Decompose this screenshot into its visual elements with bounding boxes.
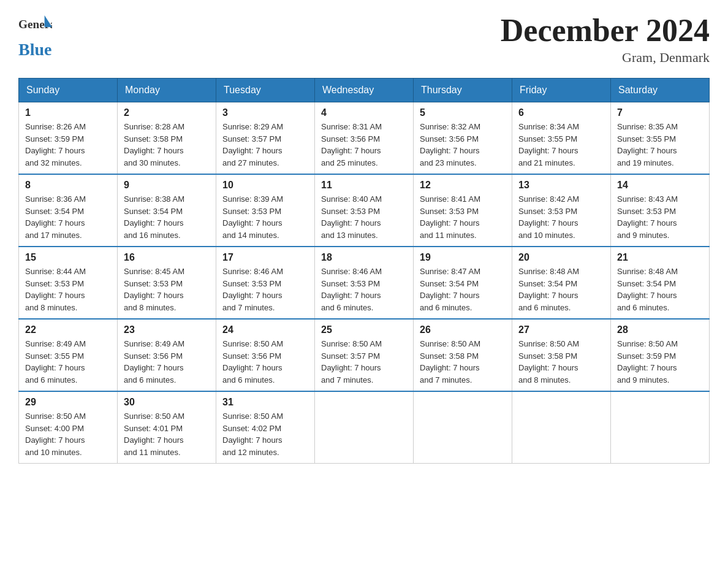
day-number: 31 — [222, 397, 308, 408]
calendar-subtitle: Gram, Denmark — [501, 50, 710, 66]
day-info: Sunrise: 8:41 AMSunset: 3:53 PMDaylight:… — [420, 193, 506, 241]
day-info: Sunrise: 8:50 AMSunset: 3:59 PMDaylight:… — [617, 338, 703, 386]
day-number: 15 — [25, 252, 111, 263]
day-info: Sunrise: 8:43 AMSunset: 3:53 PMDaylight:… — [617, 193, 703, 241]
day-number: 26 — [420, 324, 506, 335]
logo: General Blue — [18, 12, 52, 59]
calendar-day-cell: 9 Sunrise: 8:38 AMSunset: 3:54 PMDayligh… — [118, 174, 216, 247]
calendar-day-cell: 21 Sunrise: 8:48 AMSunset: 3:54 PMDaylig… — [611, 247, 710, 319]
day-number: 19 — [420, 252, 506, 263]
day-info: Sunrise: 8:46 AMSunset: 3:53 PMDaylight:… — [222, 266, 308, 313]
day-info: Sunrise: 8:44 AMSunset: 3:53 PMDaylight:… — [25, 266, 111, 313]
day-info: Sunrise: 8:50 AMSunset: 4:00 PMDaylight:… — [25, 410, 111, 458]
day-number: 28 — [617, 324, 703, 335]
calendar-day-cell: 16 Sunrise: 8:45 AMSunset: 3:53 PMDaylig… — [118, 247, 216, 319]
day-number: 1 — [25, 107, 111, 118]
calendar-day-cell: 11 Sunrise: 8:40 AMSunset: 3:53 PMDaylig… — [315, 174, 414, 247]
day-number: 5 — [420, 107, 506, 118]
day-info: Sunrise: 8:28 AMSunset: 3:58 PMDaylight:… — [124, 121, 210, 169]
day-info: Sunrise: 8:31 AMSunset: 3:56 PMDaylight:… — [321, 121, 407, 169]
calendar-day-cell: 7 Sunrise: 8:35 AMSunset: 3:55 PMDayligh… — [611, 102, 710, 175]
calendar-day-cell — [512, 391, 611, 464]
day-info: Sunrise: 8:50 AMSunset: 4:01 PMDaylight:… — [124, 410, 210, 458]
day-number: 16 — [124, 252, 210, 263]
day-number: 4 — [321, 107, 407, 118]
calendar-day-cell: 6 Sunrise: 8:34 AMSunset: 3:55 PMDayligh… — [512, 102, 611, 175]
calendar-day-cell: 29 Sunrise: 8:50 AMSunset: 4:00 PMDaylig… — [19, 391, 118, 464]
calendar-day-cell: 13 Sunrise: 8:42 AMSunset: 3:53 PMDaylig… — [512, 174, 611, 247]
day-number: 2 — [124, 107, 210, 118]
day-info: Sunrise: 8:38 AMSunset: 3:54 PMDaylight:… — [124, 193, 210, 241]
calendar-day-cell: 14 Sunrise: 8:43 AMSunset: 3:53 PMDaylig… — [611, 174, 710, 247]
day-of-week-header: Friday — [512, 79, 611, 102]
day-number: 11 — [321, 180, 407, 191]
page-header: General Blue December 2024 Gram, Denmark — [18, 12, 710, 66]
calendar-day-cell: 22 Sunrise: 8:49 AMSunset: 3:55 PMDaylig… — [19, 319, 118, 391]
day-number: 17 — [222, 252, 308, 263]
day-info: Sunrise: 8:29 AMSunset: 3:57 PMDaylight:… — [222, 121, 308, 169]
day-number: 8 — [25, 180, 111, 191]
day-number: 30 — [124, 397, 210, 408]
calendar-table: SundayMondayTuesdayWednesdayThursdayFrid… — [18, 78, 710, 464]
logo-blue-text: Blue — [18, 40, 51, 59]
calendar-day-cell — [611, 391, 710, 464]
day-number: 21 — [617, 252, 703, 263]
day-number: 3 — [222, 107, 308, 118]
calendar-day-cell: 15 Sunrise: 8:44 AMSunset: 3:53 PMDaylig… — [19, 247, 118, 319]
calendar-day-cell: 28 Sunrise: 8:50 AMSunset: 3:59 PMDaylig… — [611, 319, 710, 391]
title-block: December 2024 Gram, Denmark — [501, 12, 710, 66]
day-info: Sunrise: 8:26 AMSunset: 3:59 PMDaylight:… — [25, 121, 111, 169]
calendar-day-cell: 31 Sunrise: 8:50 AMSunset: 4:02 PMDaylig… — [216, 391, 315, 464]
day-info: Sunrise: 8:39 AMSunset: 3:53 PMDaylight:… — [222, 193, 308, 241]
day-number: 23 — [124, 324, 210, 335]
calendar-day-cell: 23 Sunrise: 8:49 AMSunset: 3:56 PMDaylig… — [118, 319, 216, 391]
day-number: 20 — [518, 252, 604, 263]
day-info: Sunrise: 8:49 AMSunset: 3:56 PMDaylight:… — [124, 338, 210, 386]
calendar-day-cell — [414, 391, 512, 464]
calendar-week-row: 22 Sunrise: 8:49 AMSunset: 3:55 PMDaylig… — [19, 319, 710, 391]
day-info: Sunrise: 8:42 AMSunset: 3:53 PMDaylight:… — [518, 193, 604, 241]
day-number: 29 — [25, 397, 111, 408]
day-of-week-header: Saturday — [611, 79, 710, 102]
calendar-day-cell: 17 Sunrise: 8:46 AMSunset: 3:53 PMDaylig… — [216, 247, 315, 319]
calendar-day-cell — [315, 391, 414, 464]
day-info: Sunrise: 8:48 AMSunset: 3:54 PMDaylight:… — [518, 266, 604, 313]
day-info: Sunrise: 8:50 AMSunset: 3:58 PMDaylight:… — [420, 338, 506, 386]
day-number: 13 — [518, 180, 604, 191]
calendar-title: December 2024 — [501, 12, 710, 48]
calendar-header-row: SundayMondayTuesdayWednesdayThursdayFrid… — [19, 79, 710, 102]
day-info: Sunrise: 8:46 AMSunset: 3:53 PMDaylight:… — [321, 266, 407, 313]
calendar-day-cell: 3 Sunrise: 8:29 AMSunset: 3:57 PMDayligh… — [216, 102, 315, 175]
day-number: 22 — [25, 324, 111, 335]
calendar-day-cell: 8 Sunrise: 8:36 AMSunset: 3:54 PMDayligh… — [19, 174, 118, 247]
day-of-week-header: Sunday — [19, 79, 118, 102]
day-info: Sunrise: 8:32 AMSunset: 3:56 PMDaylight:… — [420, 121, 506, 169]
day-of-week-header: Tuesday — [216, 79, 315, 102]
day-number: 25 — [321, 324, 407, 335]
day-of-week-header: Monday — [118, 79, 216, 102]
calendar-day-cell: 25 Sunrise: 8:50 AMSunset: 3:57 PMDaylig… — [315, 319, 414, 391]
day-number: 27 — [518, 324, 604, 335]
day-info: Sunrise: 8:45 AMSunset: 3:53 PMDaylight:… — [124, 266, 210, 313]
calendar-week-row: 29 Sunrise: 8:50 AMSunset: 4:00 PMDaylig… — [19, 391, 710, 464]
day-info: Sunrise: 8:48 AMSunset: 3:54 PMDaylight:… — [617, 266, 703, 313]
calendar-day-cell: 19 Sunrise: 8:47 AMSunset: 3:54 PMDaylig… — [414, 247, 512, 319]
day-info: Sunrise: 8:50 AMSunset: 3:56 PMDaylight:… — [222, 338, 308, 386]
day-number: 12 — [420, 180, 506, 191]
calendar-day-cell: 1 Sunrise: 8:26 AMSunset: 3:59 PMDayligh… — [19, 102, 118, 175]
day-number: 10 — [222, 180, 308, 191]
calendar-day-cell: 2 Sunrise: 8:28 AMSunset: 3:58 PMDayligh… — [118, 102, 216, 175]
day-number: 24 — [222, 324, 308, 335]
calendar-week-row: 8 Sunrise: 8:36 AMSunset: 3:54 PMDayligh… — [19, 174, 710, 247]
day-number: 7 — [617, 107, 703, 118]
day-info: Sunrise: 8:34 AMSunset: 3:55 PMDaylight:… — [518, 121, 604, 169]
day-info: Sunrise: 8:50 AMSunset: 4:02 PMDaylight:… — [222, 410, 308, 458]
day-of-week-header: Wednesday — [315, 79, 414, 102]
calendar-day-cell: 24 Sunrise: 8:50 AMSunset: 3:56 PMDaylig… — [216, 319, 315, 391]
day-info: Sunrise: 8:50 AMSunset: 3:58 PMDaylight:… — [518, 338, 604, 386]
day-info: Sunrise: 8:47 AMSunset: 3:54 PMDaylight:… — [420, 266, 506, 313]
calendar-day-cell: 4 Sunrise: 8:31 AMSunset: 3:56 PMDayligh… — [315, 102, 414, 175]
day-info: Sunrise: 8:36 AMSunset: 3:54 PMDaylight:… — [25, 193, 111, 241]
day-info: Sunrise: 8:35 AMSunset: 3:55 PMDaylight:… — [617, 121, 703, 169]
calendar-day-cell: 30 Sunrise: 8:50 AMSunset: 4:01 PMDaylig… — [118, 391, 216, 464]
